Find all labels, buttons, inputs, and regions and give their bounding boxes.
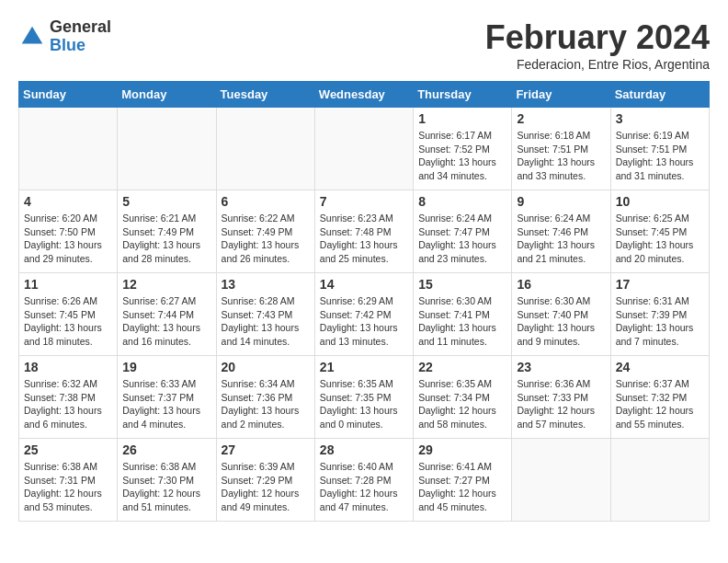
day-number: 21	[320, 360, 408, 374]
title-area: February 2024 Federacion, Entre Rios, Ar…	[485, 18, 710, 72]
calendar-cell: 14Sunrise: 6:29 AM Sunset: 7:42 PM Dayli…	[314, 273, 413, 356]
weekday-header-row: SundayMondayTuesdayWednesdayThursdayFrid…	[19, 82, 710, 108]
calendar-cell: 27Sunrise: 6:39 AM Sunset: 7:29 PM Dayli…	[216, 439, 314, 522]
weekday-header-thursday: Thursday	[414, 82, 512, 108]
calendar-cell: 23Sunrise: 6:36 AM Sunset: 7:33 PM Dayli…	[512, 356, 610, 439]
weekday-header-saturday: Saturday	[610, 82, 709, 108]
day-number: 8	[418, 194, 506, 209]
logo-general-text: General	[50, 18, 111, 37]
subtitle: Federacion, Entre Rios, Argentina	[485, 57, 710, 72]
day-info: Sunrise: 6:38 AM Sunset: 7:30 PM Dayligh…	[122, 460, 210, 514]
day-info: Sunrise: 6:30 AM Sunset: 7:40 PM Dayligh…	[517, 294, 605, 349]
calendar-cell: 26Sunrise: 6:38 AM Sunset: 7:30 PM Dayli…	[118, 439, 216, 522]
month-title: February 2024	[485, 18, 710, 57]
day-number: 14	[320, 277, 408, 292]
calendar-cell: 15Sunrise: 6:30 AM Sunset: 7:41 PM Dayli…	[414, 273, 512, 356]
weekday-header-monday: Monday	[118, 82, 216, 108]
calendar-cell: 24Sunrise: 6:37 AM Sunset: 7:32 PM Dayli…	[610, 356, 709, 439]
week-row-2: 4Sunrise: 6:20 AM Sunset: 7:50 PM Daylig…	[19, 190, 710, 273]
calendar-cell	[19, 108, 118, 190]
day-number: 19	[122, 360, 210, 374]
day-number: 18	[24, 360, 112, 374]
weekday-header-tuesday: Tuesday	[216, 82, 314, 108]
day-number: 9	[517, 194, 605, 209]
calendar-cell: 7Sunrise: 6:23 AM Sunset: 7:48 PM Daylig…	[314, 190, 413, 273]
day-number: 2	[517, 111, 605, 126]
day-number: 24	[616, 360, 704, 374]
day-number: 26	[122, 442, 210, 457]
day-number: 13	[222, 277, 310, 292]
day-info: Sunrise: 6:39 AM Sunset: 7:29 PM Dayligh…	[222, 460, 310, 514]
day-info: Sunrise: 6:35 AM Sunset: 7:35 PM Dayligh…	[320, 377, 408, 431]
weekday-header-wednesday: Wednesday	[314, 82, 413, 108]
day-info: Sunrise: 6:38 AM Sunset: 7:31 PM Dayligh…	[24, 460, 112, 514]
calendar-cell	[314, 108, 413, 190]
calendar-cell: 12Sunrise: 6:27 AM Sunset: 7:44 PM Dayli…	[118, 273, 216, 356]
day-number: 15	[418, 277, 506, 292]
day-info: Sunrise: 6:31 AM Sunset: 7:39 PM Dayligh…	[616, 294, 704, 349]
day-number: 25	[24, 442, 112, 457]
calendar-cell: 17Sunrise: 6:31 AM Sunset: 7:39 PM Dayli…	[610, 273, 709, 356]
day-info: Sunrise: 6:21 AM Sunset: 7:49 PM Dayligh…	[122, 212, 210, 266]
day-info: Sunrise: 6:24 AM Sunset: 7:46 PM Dayligh…	[517, 212, 605, 266]
logo-icon	[18, 23, 46, 51]
day-info: Sunrise: 6:36 AM Sunset: 7:33 PM Dayligh…	[517, 377, 605, 431]
day-info: Sunrise: 6:33 AM Sunset: 7:37 PM Dayligh…	[122, 377, 210, 431]
calendar-cell: 5Sunrise: 6:21 AM Sunset: 7:49 PM Daylig…	[118, 190, 216, 273]
day-info: Sunrise: 6:32 AM Sunset: 7:38 PM Dayligh…	[24, 377, 112, 431]
week-row-5: 25Sunrise: 6:38 AM Sunset: 7:31 PM Dayli…	[19, 439, 710, 522]
day-info: Sunrise: 6:28 AM Sunset: 7:43 PM Dayligh…	[222, 294, 310, 349]
calendar-cell: 25Sunrise: 6:38 AM Sunset: 7:31 PM Dayli…	[19, 439, 118, 522]
day-number: 16	[517, 277, 605, 292]
day-number: 27	[222, 442, 310, 457]
calendar-cell: 4Sunrise: 6:20 AM Sunset: 7:50 PM Daylig…	[19, 190, 118, 273]
calendar-cell: 1Sunrise: 6:17 AM Sunset: 7:52 PM Daylig…	[414, 108, 512, 190]
day-info: Sunrise: 6:40 AM Sunset: 7:28 PM Dayligh…	[320, 460, 408, 514]
calendar-cell: 16Sunrise: 6:30 AM Sunset: 7:40 PM Dayli…	[512, 273, 610, 356]
day-info: Sunrise: 6:35 AM Sunset: 7:34 PM Dayligh…	[418, 377, 506, 431]
day-number: 7	[320, 194, 408, 209]
day-number: 1	[418, 111, 506, 126]
svg-marker-0	[22, 27, 43, 44]
logo: General Blue	[18, 18, 111, 55]
day-info: Sunrise: 6:25 AM Sunset: 7:45 PM Dayligh…	[616, 212, 704, 266]
calendar-cell: 22Sunrise: 6:35 AM Sunset: 7:34 PM Dayli…	[414, 356, 512, 439]
header: General Blue February 2024 Federacion, E…	[18, 18, 710, 72]
day-number: 22	[418, 360, 506, 374]
day-info: Sunrise: 6:37 AM Sunset: 7:32 PM Dayligh…	[616, 377, 704, 431]
calendar-cell	[216, 108, 314, 190]
day-number: 28	[320, 442, 408, 457]
calendar-cell	[118, 108, 216, 190]
day-number: 12	[122, 277, 210, 292]
calendar-cell: 21Sunrise: 6:35 AM Sunset: 7:35 PM Dayli…	[314, 356, 413, 439]
day-number: 6	[222, 194, 310, 209]
day-info: Sunrise: 6:29 AM Sunset: 7:42 PM Dayligh…	[320, 294, 408, 349]
week-row-4: 18Sunrise: 6:32 AM Sunset: 7:38 PM Dayli…	[19, 356, 710, 439]
calendar-cell: 11Sunrise: 6:26 AM Sunset: 7:45 PM Dayli…	[19, 273, 118, 356]
calendar-table: SundayMondayTuesdayWednesdayThursdayFrid…	[18, 81, 710, 522]
calendar-cell: 3Sunrise: 6:19 AM Sunset: 7:51 PM Daylig…	[610, 108, 709, 190]
calendar-cell: 18Sunrise: 6:32 AM Sunset: 7:38 PM Dayli…	[19, 356, 118, 439]
day-info: Sunrise: 6:17 AM Sunset: 7:52 PM Dayligh…	[418, 129, 506, 183]
day-info: Sunrise: 6:34 AM Sunset: 7:36 PM Dayligh…	[222, 377, 310, 431]
day-info: Sunrise: 6:18 AM Sunset: 7:51 PM Dayligh…	[517, 129, 605, 183]
day-number: 11	[24, 277, 112, 292]
day-info: Sunrise: 6:41 AM Sunset: 7:27 PM Dayligh…	[418, 460, 506, 514]
calendar-cell: 10Sunrise: 6:25 AM Sunset: 7:45 PM Dayli…	[610, 190, 709, 273]
day-info: Sunrise: 6:19 AM Sunset: 7:51 PM Dayligh…	[616, 129, 704, 183]
day-number: 20	[222, 360, 310, 374]
week-row-3: 11Sunrise: 6:26 AM Sunset: 7:45 PM Dayli…	[19, 273, 710, 356]
day-number: 29	[418, 442, 506, 457]
day-number: 4	[24, 194, 112, 209]
calendar-cell: 29Sunrise: 6:41 AM Sunset: 7:27 PM Dayli…	[414, 439, 512, 522]
calendar-cell: 6Sunrise: 6:22 AM Sunset: 7:49 PM Daylig…	[216, 190, 314, 273]
day-number: 3	[616, 111, 704, 126]
weekday-header-friday: Friday	[512, 82, 610, 108]
day-info: Sunrise: 6:26 AM Sunset: 7:45 PM Dayligh…	[24, 294, 112, 349]
day-info: Sunrise: 6:22 AM Sunset: 7:49 PM Dayligh…	[222, 212, 310, 266]
day-number: 23	[517, 360, 605, 374]
calendar-cell	[610, 439, 709, 522]
day-info: Sunrise: 6:24 AM Sunset: 7:47 PM Dayligh…	[418, 212, 506, 266]
week-row-1: 1Sunrise: 6:17 AM Sunset: 7:52 PM Daylig…	[19, 108, 710, 190]
day-number: 17	[616, 277, 704, 292]
